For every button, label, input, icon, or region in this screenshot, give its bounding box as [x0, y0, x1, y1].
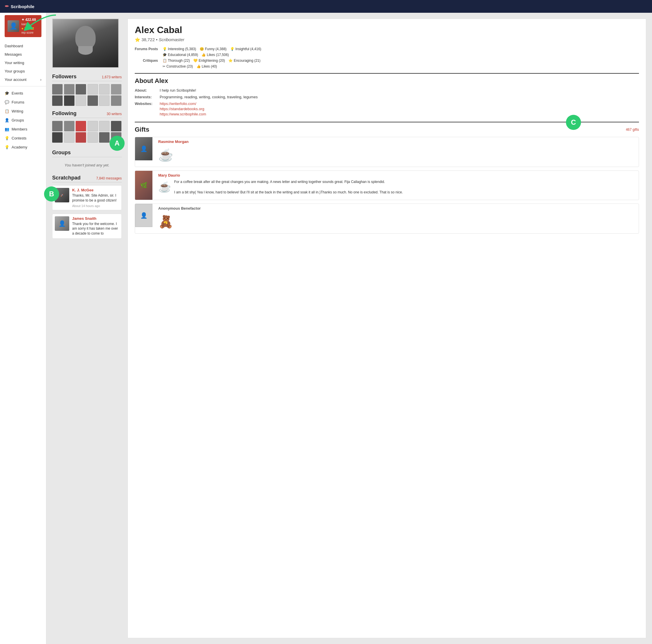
- badge-b: B: [44, 186, 59, 202]
- badge-a: A: [110, 136, 125, 151]
- gifts-section: C Gifts 467 gifts 👤 Rasmine Morgan ☕: [135, 122, 639, 234]
- following-avatar[interactable]: [111, 121, 121, 131]
- followers-count: 1,673 writers: [102, 75, 122, 79]
- gift-content-1: Rasmine Morgan ☕: [156, 137, 639, 167]
- follower-avatar[interactable]: [99, 95, 110, 106]
- scratchpad-author-1[interactable]: K. J. McGee: [72, 188, 119, 192]
- website-link-2[interactable]: https://standardebooks.org: [160, 107, 639, 111]
- about-key-websites: Websites:: [135, 102, 158, 117]
- website-link-3[interactable]: https://www.scribophile.com: [160, 112, 639, 116]
- left-column: Followers 1,673 writers: [52, 19, 122, 638]
- blank-label: [135, 53, 158, 57]
- followers-header: Followers 1,673 writers: [52, 74, 122, 81]
- follower-avatar[interactable]: [76, 95, 86, 106]
- followers-grid: [52, 84, 122, 106]
- sidebar-item-dashboard[interactable]: Dashboard: [0, 42, 46, 50]
- follower-avatar[interactable]: [52, 84, 62, 95]
- gift-sender-name-1[interactable]: Rasmine Morgan: [158, 139, 636, 144]
- profile-title: Scribomaster: [159, 37, 184, 42]
- following-avatar[interactable]: [64, 132, 75, 143]
- karma-label: karma: [22, 22, 36, 26]
- stat-encouraging: ⭐ Encouraging (21): [228, 58, 260, 62]
- following-avatar[interactable]: [87, 132, 98, 143]
- gifts-header: Gifts 467 gifts: [135, 126, 639, 133]
- stat-likes: 👍 Likes (17,506): [201, 53, 228, 57]
- about-key-interests: Interests:: [135, 95, 158, 99]
- profile-name: Alex Cabal: [135, 25, 639, 35]
- gift-emoji-3: 🧸: [158, 214, 173, 229]
- follower-avatar[interactable]: [99, 84, 110, 95]
- following-avatar[interactable]: [52, 121, 62, 131]
- gifts-count: 467 gifts: [626, 128, 639, 132]
- stat-crit-likes: 👍 Likes (40): [196, 65, 217, 69]
- follower-avatar[interactable]: [64, 95, 75, 106]
- following-avatar[interactable]: [99, 121, 110, 131]
- following-avatar[interactable]: [99, 132, 110, 143]
- scratchpad-text-2: Thank you for the welcome. I am sorry it…: [72, 222, 119, 236]
- sidebar-item-events[interactable]: 🎓 Events: [0, 89, 46, 98]
- following-header: Following 30 writers: [52, 110, 122, 118]
- following-avatar[interactable]: [52, 132, 62, 143]
- following-avatar[interactable]: [76, 121, 86, 131]
- website-link-1[interactable]: https://writerfolio.com/: [160, 102, 639, 106]
- brand-name: Scribophile: [11, 4, 34, 9]
- scratchpad-content-1: K. J. McGee Thanks, Mr. Site Admin, sir.…: [72, 188, 119, 208]
- groups-title: Groups: [52, 150, 71, 156]
- follower-avatar[interactable]: [87, 95, 98, 106]
- main-layout: 👤 ✦ 422.69 karma ● 38,722 rep score: [0, 13, 652, 644]
- following-avatar[interactable]: [87, 121, 98, 131]
- forums-posts-values-2: 🎓 Educational (4,859) 👍 Likes (17,506): [163, 53, 639, 57]
- about-row-about: About: I help run Scribophile!: [135, 88, 639, 93]
- groups-empty-text: You haven't joined any yet.: [52, 160, 122, 170]
- groups-section: Groups You haven't joined any yet.: [52, 150, 122, 170]
- sidebar-item-members[interactable]: 👥 Members: [0, 125, 46, 134]
- follower-avatar[interactable]: [111, 84, 121, 95]
- sidebar-divider: [0, 86, 46, 86]
- sidebar-item-your-account[interactable]: Your account ›: [0, 75, 46, 84]
- contests-icon: 💡: [5, 136, 9, 140]
- scratchpad-text-1: Thanks, Mr. Site Admin, sir. I promise t…: [72, 193, 119, 203]
- sidebar-item-forums[interactable]: 💬 Forums: [0, 98, 46, 107]
- following-avatar[interactable]: [64, 121, 75, 131]
- gift-sender-name-2[interactable]: Mary Daurio: [158, 173, 636, 177]
- groups-icon: 👤: [5, 118, 9, 122]
- chevron-right-icon: ›: [40, 77, 42, 82]
- follower-avatar[interactable]: [87, 84, 98, 95]
- follower-avatar[interactable]: [111, 95, 121, 106]
- profile-rep-score: 38,722: [141, 37, 155, 42]
- sidebar-item-your-groups[interactable]: Your groups: [0, 67, 46, 75]
- sidebar-item-contests[interactable]: 💡 Contests: [0, 134, 46, 143]
- following-avatar[interactable]: [76, 132, 86, 143]
- profile-rep-badge: ⭐: [135, 37, 140, 42]
- sidebar-item-academy[interactable]: 💡 Academy: [0, 143, 46, 152]
- gift-emoji-2: ☕: [158, 181, 171, 193]
- profile-photo: [52, 19, 119, 68]
- about-title: About Alex: [135, 77, 639, 85]
- following-section: Following 30 writers: [52, 110, 122, 143]
- user-card[interactable]: 👤 ✦ 422.69 karma ● 38,722 rep score: [5, 15, 42, 37]
- gift-item-2: 🌿 Mary Daurio ☕ For a coffee break after…: [135, 171, 639, 200]
- blank-label-2: [135, 65, 158, 69]
- brand[interactable]: ✒ Scribophile: [5, 3, 34, 9]
- followers-title: Followers: [52, 74, 77, 80]
- scratchpad-avatar-2: 👤: [55, 216, 69, 231]
- about-key-about: About:: [135, 88, 158, 93]
- sidebar-nav: Dashboard Messages Your writing Your gro…: [0, 40, 46, 154]
- about-websites: https://writerfolio.com/ https://standar…: [160, 102, 639, 117]
- sidebar-item-writing[interactable]: 📋 Writing: [0, 107, 46, 116]
- scratchpad-section: B Scratchpad 7,840 messages 🚀 K. J. McGe…: [52, 175, 122, 239]
- sidebar-item-messages[interactable]: Messages: [0, 50, 46, 58]
- sidebar-item-your-writing[interactable]: Your writing: [0, 58, 46, 67]
- stat-funny: 😊 Funny (4,388): [200, 47, 226, 51]
- follower-avatar[interactable]: [76, 84, 86, 95]
- stat-interesting: 💡 Interesting (5,383): [163, 47, 196, 51]
- gift-image-area-2: ☕ For a coffee break after all the great…: [158, 179, 636, 195]
- gift-content-3: Anonymous Benefactor 🧸: [156, 204, 639, 233]
- about-section: About Alex About: I help run Scribophile…: [135, 73, 639, 117]
- follower-avatar[interactable]: [52, 95, 62, 106]
- gift-message-2: For a coffee break after all the great c…: [174, 179, 403, 195]
- sidebar-item-groups[interactable]: 👤 Groups: [0, 116, 46, 125]
- follower-avatar[interactable]: [64, 84, 75, 95]
- scratchpad-author-2[interactable]: James Snaith: [72, 216, 119, 221]
- events-icon: 🎓: [5, 91, 9, 95]
